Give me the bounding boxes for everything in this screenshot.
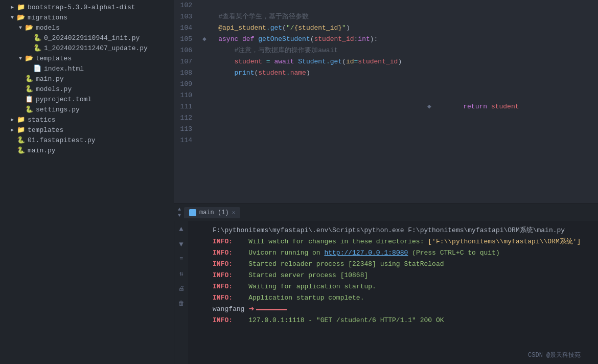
terminal-info-label: INFO: [213,315,233,326]
sidebar-item-label: migrations [28,14,67,21]
sidebar-item-label: templates [36,55,72,62]
toml-file-icon: 📋 [25,95,34,103]
sidebar-item-label: 01.fastapitest.py [28,136,96,144]
terminal-tab-label: main (1) [199,209,229,216]
sidebar-item-label: 0_20240229110944_init.py [44,34,140,42]
arrow-icon: ▶ [8,127,16,133]
terminal-side-icons: ▲ ▼ ≡ ⇅ 🖨 🗑 [174,221,188,364]
code-editor: 102 103 104 105 106 107 108 109 110 111 … [174,0,598,203]
terminal-info-label: INFO: [213,236,233,247]
uvicorn-link[interactable]: http://127.0.0.1:8080 [324,247,408,259]
terminal-line-2: INFO: Uvicorn running on http://127.0.0.… [213,247,581,259]
file-tree: ▶ 📁 bootstrap-5.3.0-alpha1-dist ▼ 📂 migr… [0,0,174,364]
up-arrow-icon[interactable]: ▲ [179,225,183,233]
terminal-line-5: INFO: Waiting for application startup. [213,281,581,292]
terminal-line-1: INFO: Will watch for changes in these di… [213,236,581,247]
sidebar-item-label: templates [28,126,63,134]
terminal-info-label: INFO: [213,281,233,292]
sidebar-item-statics[interactable]: ▶ 📁 statics [0,115,174,125]
red-arrow-icon: ➜ [248,304,254,315]
sidebar-item-label: bootstrap-5.3.0-alpha1-dist [28,4,135,11]
terminal-line-4: INFO: Started server process [10868] [213,270,581,281]
sidebar-item-models-py[interactable]: 🐍 models.py [0,84,174,94]
terminal-line-3: INFO: Started reloader process [22348] u… [213,259,581,270]
sidebar-item-bootstrap[interactable]: ▶ 📁 bootstrap-5.3.0-alpha1-dist [0,2,174,12]
terminal-info-label: INFO: [213,270,233,281]
sidebar-item-label: main.py [36,75,64,83]
arrow-icon: ▼ [16,56,25,61]
print-icon[interactable]: 🖨 [178,285,185,292]
sidebar: ▶ 📁 bootstrap-5.3.0-alpha1-dist ▼ 📂 migr… [0,0,174,364]
terminal-output[interactable]: F:\pythonitems\myfastapi\.env\Scripts\py… [188,221,587,364]
py-file-icon: 🐍 [25,75,34,83]
sidebar-item-templates-inner[interactable]: ▼ 📂 templates [0,53,174,63]
down-arrow-icon[interactable]: ▼ [179,240,183,248]
sidebar-item-init-py[interactable]: 🐍 0_20240229110944_init.py [0,33,174,43]
terminal-info-text: Waiting for application startup. [233,281,376,292]
trash-icon[interactable]: 🗑 [178,300,185,307]
main-panel: 102 103 104 105 106 107 108 109 110 111 … [174,0,598,364]
sidebar-item-pyproject-toml[interactable]: 📋 pyproject.toml [0,94,174,104]
terminal-tab-icon [189,209,196,216]
py-file-icon: 🐍 [16,146,26,154]
terminal-tabs: ▲ ▼ main (1) ✕ [174,203,598,221]
folder-icon: 📁 [16,116,26,124]
close-icon[interactable]: ✕ [232,209,236,216]
terminal-username: wangfang [213,304,244,315]
terminal-tab-main[interactable]: main (1) ✕ [184,207,240,218]
sidebar-item-label: pyproject.toml [36,96,91,103]
sidebar-item-label: settings.py [36,106,80,113]
code-text[interactable]: #查看某个学生，基于路径参数 @api_student.get("/{stude… [198,0,598,203]
terminal-info-label: INFO: [213,247,233,259]
sidebar-item-label: models [36,24,60,32]
terminal-line-6: INFO: Application startup complete. [213,292,581,304]
sidebar-item-label: 1_20240229112407_update.py [44,44,148,52]
filter-icon[interactable]: ≡ [179,256,183,263]
terminal-info-text: 127.0.0.1:1118 - "GET /student/6 HTTP/1.… [233,315,444,326]
py-file-icon: 🐍 [33,44,42,52]
sort-icon[interactable]: ⇅ [179,270,183,278]
sidebar-item-settings-py[interactable]: 🐍 settings.py [0,104,174,115]
py-file-icon: 🐍 [25,85,34,93]
terminal-info-text: Application startup complete. [233,292,364,304]
terminal-press-text: (Press CTRL+C to quit) [408,247,499,259]
sidebar-item-label: statics [28,116,56,124]
terminal-info-label: INFO: [213,259,233,270]
arrow-icon: ▼ [8,15,16,20]
arrow-icon: ▼ [16,25,25,31]
sidebar-item-migrations[interactable]: ▼ 📂 migrations [0,12,174,22]
terminal-info-text: Started reloader process [22348] using S… [233,259,444,270]
sidebar-item-models[interactable]: ▼ 📂 models [0,22,174,33]
folder-icon: 📁 [16,126,26,134]
folder-icon: 📂 [16,13,26,21]
line-numbers: 102 103 104 105 106 107 108 109 110 111 … [174,0,198,203]
terminal-info-label: INFO: [213,292,233,304]
terminal-line-7: INFO: 127.0.0.1:1118 - "GET /student/6 H… [213,315,581,326]
terminal-info-text: Will watch for changes in these director… [233,236,581,247]
code-area[interactable]: 102 103 104 105 106 107 108 109 110 111 … [174,0,598,203]
sidebar-item-label: models.py [36,85,72,93]
sidebar-item-main-py-outer[interactable]: 🐍 main.py [0,145,174,155]
py-file-icon: 🐍 [25,105,34,113]
scroll-arrows: ▲ ▼ [178,207,181,218]
watermark: CSDN @景天科技苑 [528,350,581,361]
arrow-icon: ▶ [8,117,16,123]
terminal-path-text: F:\pythonitems\myfastapi\.env\Scripts\py… [213,225,565,236]
py-file-icon: 🐍 [33,34,42,42]
terminal-line-user: wangfang ➜ [213,304,581,315]
arrow-line [256,309,287,310]
arrow-icon: ▶ [8,4,16,10]
sidebar-item-fastapitest[interactable]: 🐍 01.fastapitest.py [0,135,174,145]
folder-icon: 📂 [25,24,34,32]
sidebar-item-label: main.py [28,147,56,154]
sidebar-item-main-py-inner[interactable]: 🐍 main.py [0,74,174,84]
folder-icon: 📁 [16,3,26,11]
sidebar-item-label: index.html [44,65,84,73]
sidebar-item-update-py[interactable]: 🐍 1_20240229112407_update.py [0,43,174,53]
html-file-icon: 📄 [33,64,42,73]
py-file-icon: 🐍 [16,136,26,144]
sidebar-item-templates-outer[interactable]: ▶ 📁 templates [0,125,174,135]
terminal-section: ▲ ▼ main (1) ✕ ▲ ▼ ≡ ⇅ 🖨 🗑 [174,203,598,364]
terminal-info-text: Uvicorn running on [233,247,324,259]
sidebar-item-index-html[interactable]: 📄 index.html [0,63,174,74]
